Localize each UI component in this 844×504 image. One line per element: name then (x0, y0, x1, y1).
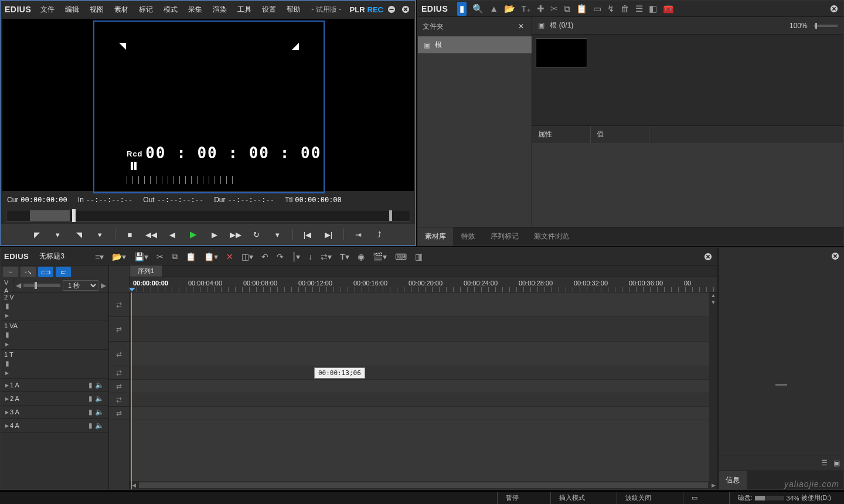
shuttle-slider[interactable] (6, 210, 410, 222)
track-mute-icon[interactable]: 🔈 (95, 394, 104, 403)
project-title[interactable]: 无标题3 (39, 251, 64, 261)
track-lock-icon[interactable]: ▮ (89, 421, 93, 430)
tool-save-icon[interactable]: 💾▾ (134, 252, 148, 261)
add-title-icon[interactable]: T₊ (521, 4, 531, 14)
track-lock-icon[interactable]: ▮ (5, 331, 9, 339)
tool-paste-attr-icon[interactable]: 📋▾ (204, 252, 218, 261)
zoom-slider[interactable] (23, 284, 60, 287)
track-lock-icon[interactable]: ▮ (89, 394, 93, 403)
timeline-lane[interactable] (130, 407, 717, 420)
tool-delete-icon[interactable]: ✕ (226, 252, 233, 261)
prop-col-value[interactable]: 值 (591, 126, 649, 143)
tool-open-icon[interactable]: 📂▾ (112, 252, 126, 261)
cut-icon[interactable]: ✂ (550, 4, 558, 14)
tool-copy-icon[interactable]: ⧉ (172, 251, 178, 261)
expand-icon[interactable]: ▸ (5, 394, 9, 403)
bin-breadcrumb[interactable]: 根 (0/1) (550, 21, 573, 29)
track-header-row[interactable]: 1 VA▮▸ (1, 321, 108, 350)
track-mute-icon[interactable]: 🔈 (95, 381, 104, 389)
tool-layout-icon[interactable]: ▥ (415, 252, 423, 261)
track-patch[interactable]: ⇄ (109, 292, 129, 317)
minimize-icon[interactable] (386, 4, 397, 15)
menu-mode[interactable]: 模式 (159, 2, 182, 17)
menu-tools[interactable]: 工具 (233, 2, 256, 17)
tab-info[interactable]: 信息 (719, 471, 747, 489)
track-expand-icon[interactable]: ▸ (5, 340, 9, 348)
out-dropdown-icon[interactable]: ▾ (91, 227, 109, 241)
menu-render[interactable]: 渲染 (208, 2, 232, 17)
timeline-lane[interactable] (130, 393, 717, 407)
folder-root[interactable]: ▣ 根 (418, 36, 532, 53)
paste-icon[interactable]: 📋 (576, 4, 587, 14)
track-patch[interactable]: ⇄ (109, 393, 129, 407)
menu-clip[interactable]: 素材 (110, 2, 133, 17)
new-clip-icon[interactable]: ✚ (537, 4, 544, 14)
zoom-right-icon[interactable]: ▶ (101, 281, 106, 290)
track-mute-icon[interactable]: 🔈 (95, 421, 104, 430)
loop-icon[interactable]: ↻ (248, 227, 266, 241)
menu-file[interactable]: 文件 (36, 2, 59, 17)
zoom-left-icon[interactable]: ◀ (16, 281, 21, 290)
tool-title-icon[interactable]: T▾ (340, 252, 349, 261)
status-monitor-icon[interactable]: ▭ (683, 492, 706, 504)
tool-group-icon[interactable]: ⇄▾ (321, 252, 332, 261)
bin-close-icon[interactable] (828, 3, 840, 15)
track-lock-icon[interactable]: ▮ (5, 359, 9, 367)
prev-edit-icon[interactable]: |◀ (299, 227, 316, 241)
track-patch[interactable]: ⇄ (109, 380, 129, 393)
info-list-icon[interactable]: ☰ (821, 459, 828, 467)
tool-redo-icon[interactable]: ↷ (277, 252, 284, 261)
tool-render-icon[interactable]: 🎬▾ (373, 252, 387, 261)
folder-close-icon[interactable]: ✕ (515, 21, 527, 32)
vertical-scrollbar[interactable]: ▲▼ (709, 292, 717, 481)
info-toggle-icon[interactable]: ▣ (833, 459, 840, 467)
tab-bin[interactable]: 素材库 (418, 227, 453, 246)
track-patch[interactable]: ⇄ (109, 366, 129, 380)
expand-icon[interactable]: ▸ (5, 381, 9, 389)
timeline-ruler[interactable]: 00:00:00:0000:00:04:0000:00:08:0000:00:1… (130, 277, 717, 292)
timeline-lanes[interactable]: 00:00:13;06 (130, 292, 717, 481)
menu-edit[interactable]: 编辑 (60, 2, 84, 17)
horizontal-scrollbar[interactable]: ◀▶ (130, 481, 717, 489)
menu-settings[interactable]: 设置 (257, 2, 281, 17)
set-out-icon[interactable]: ◥ (70, 227, 88, 241)
tool-undo-icon[interactable]: ↶ (261, 252, 268, 261)
timeline-content[interactable]: 序列1 00:00:00:0000:00:04:0000:00:08:0000:… (130, 265, 717, 489)
bin-zoom-slider[interactable] (814, 25, 838, 27)
track-patch[interactable]: ⇄ (109, 407, 129, 420)
search-icon[interactable]: 🔍 (472, 4, 484, 14)
tool-razor-icon[interactable]: ⎮▾ (292, 252, 300, 261)
mode-btn-2[interactable]: ◦↘ (21, 267, 36, 277)
track-header-row[interactable]: ▸2 A▮🔈 (1, 392, 108, 406)
menu-marker[interactable]: 标记 (134, 2, 158, 17)
expand-icon[interactable]: ▸ (5, 421, 9, 430)
track-header-row[interactable]: ▸3 A▮🔈 (1, 406, 108, 419)
expand-icon[interactable]: ▸ (5, 408, 9, 416)
v-indicator[interactable]: V (1, 278, 13, 287)
preview-viewport[interactable]: Rcd 00 : 00 : 00 : 00 (2, 19, 414, 191)
track-patch[interactable]: ⇄ (109, 317, 129, 342)
menu-capture[interactable]: 采集 (183, 2, 207, 17)
prop-col-name[interactable]: 属性 (532, 126, 591, 143)
play-icon[interactable]: ▶ (185, 227, 202, 241)
timeline-lane[interactable] (130, 292, 717, 317)
folder-view-icon[interactable]: ▮ (457, 2, 467, 16)
in-dropdown-icon[interactable]: ▾ (49, 227, 67, 241)
playhead[interactable] (131, 292, 132, 489)
track-patch[interactable]: ⇄ (109, 342, 129, 366)
player-mode-label[interactable]: PLR (350, 5, 365, 14)
loop-dropdown-icon[interactable]: ▾ (269, 227, 287, 241)
close-icon[interactable] (400, 4, 411, 15)
open-folder-icon[interactable]: 📂 (504, 4, 515, 14)
thumb-size-icon[interactable]: ◧ (649, 4, 657, 14)
track-lock-icon[interactable]: ▮ (89, 408, 93, 416)
panel-resize-handle[interactable] (775, 384, 787, 386)
track-header-row[interactable]: ▸4 A▮🔈 (1, 419, 108, 433)
tool-keyboard-icon[interactable]: ⌨ (395, 252, 407, 261)
track-lock-icon[interactable]: ▮ (89, 381, 93, 389)
track-header-row[interactable]: ▸1 A▮🔈 (1, 379, 108, 392)
next-edit-icon[interactable]: ▶| (320, 227, 338, 241)
tool-mode-icon[interactable]: ≡▾ (95, 252, 104, 261)
delete-icon[interactable]: 🗑 (621, 4, 629, 13)
menu-view[interactable]: 视图 (85, 2, 108, 17)
